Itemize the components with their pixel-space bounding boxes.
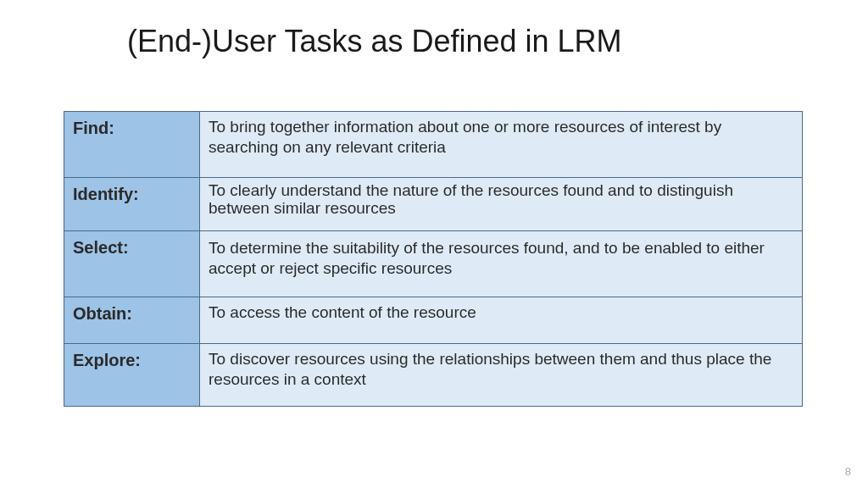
task-label-select: Select:	[64, 231, 200, 297]
task-label-explore: Explore:	[64, 344, 200, 407]
slide-title: (End-)User Tasks as Defined in LRM	[0, 0, 868, 59]
task-desc-explore: To discover resources using the relation…	[200, 344, 803, 407]
task-label-obtain: Obtain:	[64, 297, 200, 344]
table-row: Explore: To discover resources using the…	[64, 344, 803, 407]
task-desc-select: To determine the suitability of the reso…	[200, 231, 803, 297]
table-row: Obtain: To access the content of the res…	[64, 297, 803, 344]
table-row: Find: To bring together information abou…	[64, 112, 803, 178]
task-label-find: Find:	[64, 112, 200, 178]
task-desc-identify: To clearly understand the nature of the …	[200, 178, 803, 231]
table-row: Identify: To clearly understand the natu…	[64, 178, 803, 231]
task-desc-find: To bring together information about one …	[200, 112, 803, 178]
page-number: 8	[845, 465, 851, 478]
task-desc-obtain: To access the content of the resource	[200, 297, 803, 344]
task-table: Find: To bring together information abou…	[64, 111, 803, 407]
task-label-identify: Identify:	[64, 178, 200, 231]
table-row: Select: To determine the suitability of …	[64, 231, 803, 297]
